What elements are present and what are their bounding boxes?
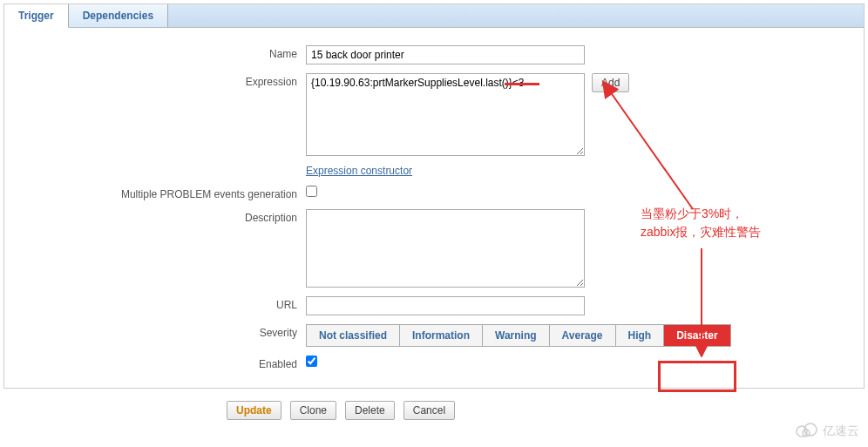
severity-warning[interactable]: Warning (483, 325, 550, 346)
name-label: Name (18, 45, 306, 60)
enabled-checkbox[interactable] (306, 356, 317, 367)
add-button[interactable]: Add (592, 73, 629, 92)
update-button[interactable]: Update (227, 401, 281, 420)
multiple-problem-label: Multiple PROBLEM events generation (18, 186, 306, 200)
severity-information[interactable]: Information (400, 325, 483, 346)
expression-textarea[interactable]: {10.19.90.63:prtMarkerSuppliesLevel.last… (306, 73, 585, 156)
severity-disaster[interactable]: Disaster (664, 325, 729, 346)
watermark: 亿速云 (793, 422, 859, 429)
watermark-text: 亿速云 (823, 423, 859, 430)
tab-trigger[interactable]: Trigger (4, 4, 69, 28)
description-textarea[interactable] (306, 209, 585, 288)
description-label: Description (18, 209, 306, 224)
expression-constructor-link[interactable]: Expression constructor (306, 165, 412, 177)
multiple-problem-checkbox[interactable] (306, 186, 317, 197)
actions-bar: Update Clone Delete Cancel (0, 392, 868, 429)
expression-label: Expression (18, 73, 306, 88)
severity-high[interactable]: High (616, 325, 665, 346)
tab-dependencies[interactable]: Dependencies (69, 4, 168, 27)
cancel-button[interactable]: Cancel (403, 401, 455, 420)
delete-button[interactable]: Delete (345, 401, 395, 420)
severity-average[interactable]: Average (550, 325, 616, 346)
url-label: URL (18, 296, 306, 311)
annotation-text: 当墨粉少于3%时， zabbix报，灾难性警告 (641, 205, 761, 241)
tabs-bar: Trigger Dependencies (4, 4, 864, 28)
cloud-icon (793, 422, 819, 429)
severity-label: Severity (18, 324, 306, 339)
url-input[interactable] (306, 296, 585, 315)
clone-button[interactable]: Clone (290, 401, 336, 420)
severity-group: Not classified Information Warning Avera… (306, 324, 731, 347)
enabled-label: Enabled (18, 356, 306, 370)
name-input[interactable] (306, 45, 585, 64)
severity-not-classified[interactable]: Not classified (307, 325, 400, 346)
